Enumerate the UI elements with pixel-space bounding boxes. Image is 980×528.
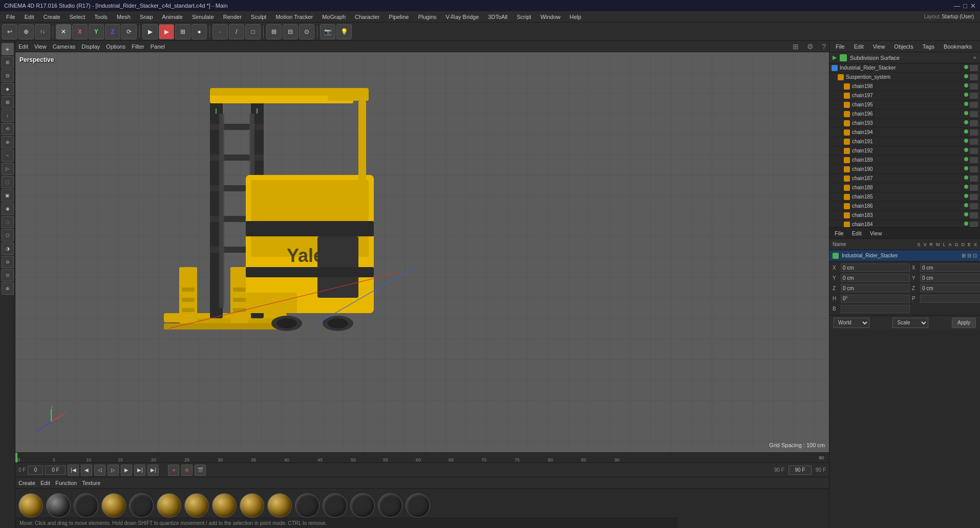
file-tab[interactable]: File [833,42,848,51]
vp-menu-view[interactable]: View [34,43,47,50]
new-object-btn[interactable]: ⊕ [18,24,34,39]
current-frame-input[interactable] [28,466,43,475]
objects-tab[interactable]: Objects [891,42,916,51]
menu-window[interactable]: Window [536,13,564,21]
scale-tool[interactable]: ⊕ [2,136,14,148]
render-to-po-btn[interactable]: ⊞ [175,24,190,39]
auto-keyframe-btn[interactable]: ⊕ [181,465,193,476]
menu-character[interactable]: Character [351,13,384,21]
x-rot-input[interactable] [920,263,980,272]
om-item-11[interactable]: chain190 [829,165,980,174]
end-frame-input[interactable] [789,466,812,475]
menu-tools[interactable]: Tools [90,13,112,21]
om-item-3[interactable]: chain197 [829,91,980,100]
rotate-tool[interactable]: ⟲ [2,123,14,135]
step-back-btn[interactable]: ◀ [81,465,92,476]
mode-texture[interactable]: ⊞ [2,56,14,69]
step-fwd-btn[interactable]: ▶| [134,465,145,476]
om-item-15[interactable]: chain186 [829,202,980,211]
menu-create[interactable]: Create [39,13,65,21]
mode-edge[interactable]: ⊠ [2,96,14,108]
rotate-btn[interactable]: ⟳ [121,24,137,39]
x-pos-input[interactable] [841,263,910,272]
viewport-3d[interactable]: Perspective [15,52,829,452]
am-edit-tab[interactable]: Edit [849,229,865,237]
camera-btn[interactable]: 📷 [320,24,335,39]
snap-btn[interactable]: ⊞ [266,24,282,39]
menu-vray[interactable]: V-Ray Bridge [442,13,483,21]
z-pos-input[interactable] [841,284,910,292]
select-tool[interactable]: ▷ [2,163,14,175]
motion-capture-btn[interactable]: 🎬 [195,465,206,476]
menu-animate[interactable]: Animate [158,13,187,21]
render-preview-btn[interactable]: ▶ [142,24,158,39]
menu-render[interactable]: Render [219,13,246,21]
edit-tab[interactable]: Edit [851,42,867,51]
h-input[interactable] [841,295,910,303]
vertex-snap-btn[interactable]: ⊙ [299,24,314,39]
play-btn[interactable]: ▷ [108,465,119,476]
menu-plugins[interactable]: Plugins [414,13,440,21]
menu-mograph[interactable]: MoGraph [318,13,350,21]
light-btn[interactable]: 💡 [336,24,352,39]
record-keyframe-btn[interactable]: ● [168,465,179,476]
parent-btn[interactable]: ↑↓ [35,24,50,39]
menu-script[interactable]: Script [513,13,535,21]
ss-close-btn[interactable]: ✕ [973,55,977,60]
menu-3dtoall[interactable]: 3DToAll [484,13,512,21]
om-item-8[interactable]: chain191 [829,137,980,146]
om-item-13[interactable]: chain188 [829,183,980,192]
points-btn[interactable]: · [212,24,228,39]
play-back-btn[interactable]: ◁ [94,465,105,476]
world-dropdown[interactable]: World Local Parent [834,318,869,328]
vp-maximize-btn[interactable]: ⊞ [793,42,799,51]
live-select[interactable]: ⬚ [2,176,14,188]
render-btn[interactable]: ▶ [159,24,174,39]
y-rot-input[interactable] [920,274,980,282]
polygon-select[interactable]: ⬡ [2,229,14,241]
timeline-ruler[interactable]: 0 5 10 15 20 25 30 35 40 45 50 55 60 65 … [15,452,829,463]
om-item-2[interactable]: chain198 [829,82,980,91]
am-view-tab[interactable]: View [867,229,885,237]
om-item-9[interactable]: chain192 [829,146,980,156]
menu-file[interactable]: File [2,13,19,21]
vp-menu-edit[interactable]: Edit [18,43,28,50]
z-axis-btn[interactable]: Z [105,24,120,39]
om-item-4[interactable]: chain195 [829,100,980,109]
p-input[interactable] [920,295,980,303]
vp-settings-btn[interactable]: ⚙ [807,42,814,51]
menu-simulate[interactable]: Simulate [188,13,218,21]
tags-tab[interactable]: Tags [920,42,938,51]
om-item-12[interactable]: chain187 [829,174,980,183]
maximize-btn[interactable]: □ [963,2,967,10]
go-end-btn[interactable]: ▶| [147,465,159,476]
om-item-17[interactable]: chain184 [829,220,980,227]
edges-btn[interactable]: / [229,24,244,39]
mat-menu-edit[interactable]: Edit [40,480,50,486]
vp-menu-display[interactable]: Display [81,43,100,50]
menu-mesh[interactable]: Mesh [113,13,135,21]
b-input[interactable] [841,305,910,313]
subdivision-surface-row[interactable]: ▶ Subdivision Surface ✕ [829,52,980,63]
undo-btn[interactable]: ↩ [2,24,17,39]
om-item-6[interactable]: chain193 [829,119,980,128]
mat-menu-function[interactable]: Function [55,480,77,486]
circle-select[interactable]: ◉ [2,203,14,215]
menu-motion-tracker[interactable]: Motion Tracker [271,13,317,21]
go-start-btn[interactable]: |◀ [68,465,79,476]
vp-menu-filter[interactable]: Filter [132,43,144,50]
scale-dropdown[interactable]: Scale [892,318,928,328]
om-item-10[interactable]: chain189 [829,156,980,165]
fill-tool[interactable]: ⊙ [2,269,14,281]
x-axis-btn[interactable]: X [72,24,88,39]
menu-snap[interactable]: Snap [136,13,157,21]
mode-paint[interactable]: ◆ [2,83,14,95]
rect-select[interactable]: ▣ [2,189,14,202]
menu-pipeline[interactable]: Pipeline [385,13,413,21]
menu-sculpt[interactable]: Sculpt [247,13,271,21]
mode-brush[interactable]: ⊟ [2,70,14,82]
om-item-16[interactable]: chain183 [829,211,980,220]
vp-menu-panel[interactable]: Panel [151,43,165,50]
am-selected-row[interactable]: Industrial_Rider_Stacker ⊞ ⊟ ⊡ [829,250,980,261]
om-item-14[interactable]: chain185 [829,192,980,202]
